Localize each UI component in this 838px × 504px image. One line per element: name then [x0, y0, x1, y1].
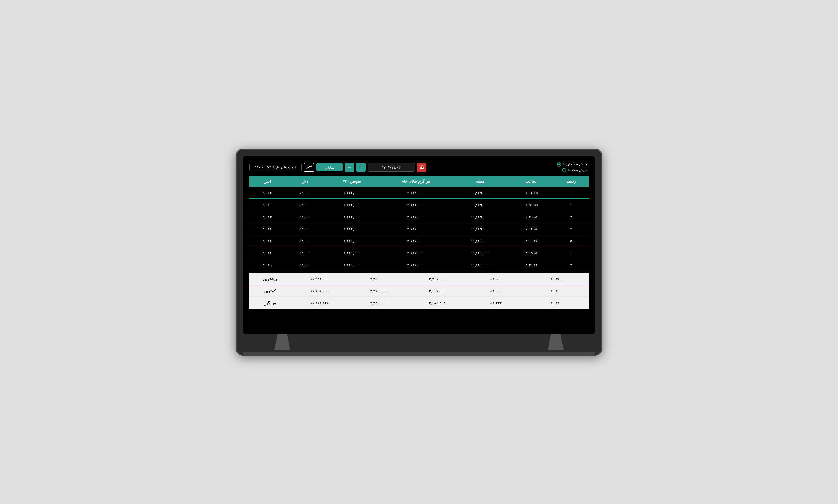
radio-label-coin: نمایش سکه ها [568, 168, 589, 172]
cell-time: ۰۵:۴۹:۵۷ [507, 211, 554, 223]
summary-section: ۲,۰۳۸ ۵۴,۹۰۰ ۲,۷۰۱,۰۰۰ ۲,۷۵۶,۰۰۰ ۱۱,۹۴۱,… [249, 273, 589, 309]
cell-time: ۰۸:۳۱:۲۶ [507, 259, 554, 271]
cell-taviz: ۲,۶۶۲,۰۰۰ [325, 199, 379, 211]
col-header-dollar: دلار [285, 176, 325, 187]
cell-id: ۱ [554, 187, 589, 199]
cell-taviz: ۲,۶۶۱,۰۰۰ [325, 247, 379, 259]
table-row: ۴ ۰۷:۱۲:۵۸ ۱۱,۷۶۹,۰۰۰ ۲,۷۱۶,۰۰۰ ۲,۶۶۲,۰۰… [249, 223, 589, 235]
table-row: ۲ ۰۴:۵۱:۵۵ ۱۱,۷۶۹,۰۰۰ ۲,۷۱۶,۰۰۰ ۲,۶۶۲,۰۰… [249, 199, 589, 211]
cell-ounce: ۲,۰۲۶ [249, 247, 285, 259]
cell-ounce: ۲,۰۲۶ [249, 235, 285, 247]
summary-mazneh: ۱۱,۷۶۶,۰۰۰ [290, 289, 349, 293]
tv-leg-left [274, 334, 290, 350]
table-row: ۷ ۰۸:۳۱:۲۶ ۱۱,۷۶۶,۰۰۰ ۲,۷۱۶,۰۰۰ ۲,۶۶۱,۰۰… [249, 259, 589, 271]
chart-button[interactable] [304, 163, 314, 172]
summary-ounce: ۲,۰۲۰ [525, 289, 585, 293]
summary-taviz: ۲,۶۶۱,۰۰۰ [408, 289, 467, 293]
tv-base [243, 352, 595, 356]
radio-group: نمایش طلا و ارزها نمایش سکه ها [557, 162, 589, 172]
plus-button[interactable]: + [356, 163, 365, 172]
price-label: قیمت ها در تاریخ ۱۴۰۲/۱۱/۰۳ [249, 163, 302, 172]
col-header-ounce: انس [249, 176, 285, 187]
radio-label-gold: نمایش طلا و ارزها [563, 162, 589, 166]
cell-dollar: ۵۴,۰۰۰ [285, 223, 325, 235]
cell-dollar: ۵۴,۰۰۰ [285, 187, 325, 199]
cell-gram: ۲,۷۱۶,۰۰۰ [379, 223, 453, 235]
cell-id: ۵ [554, 235, 589, 247]
col-header-taviz: تعویض ۷۴۰ [325, 176, 379, 187]
cell-gram: ۲,۷۱۶,۰۰۰ [379, 259, 453, 271]
cell-taviz: ۲,۶۶۲,۰۰۰ [325, 223, 379, 235]
cell-taviz: ۲,۶۶۲,۰۰۰ [325, 211, 379, 223]
tv-stand [243, 334, 595, 353]
cell-time: ۰۴:۱۶:۲۵ [507, 187, 554, 199]
data-table: ردیف ساعت مظنه هر گرم طلای خام تعویض ۷۴۰… [249, 176, 589, 271]
cell-id: ۶ [554, 247, 589, 259]
tv-screen: نمایش طلا و ارزها نمایش سکه ها 📅 ۱۴۰۲/۱۱… [243, 156, 595, 334]
summary-mazneh: ۱۱,۸۷۱,۳۲۸ [290, 301, 349, 305]
cell-id: ۳ [554, 211, 589, 223]
cell-mazneh: ۱۱,۷۶۶,۰۰۰ [453, 259, 507, 271]
summary-gram: ۲,۷۴۰,۰۰۰ [349, 301, 408, 305]
col-header-mazneh: مظنه [453, 176, 507, 187]
summary-row-max: ۲,۰۳۸ ۵۴,۹۰۰ ۲,۷۰۱,۰۰۰ ۲,۷۵۶,۰۰۰ ۱۱,۹۴۱,… [249, 273, 589, 285]
cell-gram: ۲,۷۱۶,۰۰۰ [379, 235, 453, 247]
cell-gram: ۲,۷۱۶,۰۰۰ [379, 247, 453, 259]
cell-time: ۰۷:۱۲:۵۸ [507, 223, 554, 235]
table-row: ۵ ۰۸:۰۰:۲۸ ۱۱,۷۶۶,۰۰۰ ۲,۷۱۶,۰۰۰ ۲,۶۶۱,۰۰… [249, 235, 589, 247]
cell-dollar: ۵۴,۰۰۰ [285, 259, 325, 271]
tv-leg-right [548, 334, 564, 350]
summary-dollar: ۵۴,۰۰۰ [467, 289, 525, 293]
summary-label: بیشترین [253, 276, 290, 282]
header-controls: 📅 ۱۴۰۲/۱۱/۰۳ + − نمایش قیمت ها در تاریخ … [249, 163, 426, 172]
cell-mazneh: ۱۱,۷۶۶,۰۰۰ [453, 247, 507, 259]
tv-monitor: نمایش طلا و ارزها نمایش سکه ها 📅 ۱۴۰۲/۱۱… [236, 149, 602, 356]
summary-gram: ۲,۷۱۶,۰۰۰ [349, 289, 408, 293]
radio-item-gold[interactable]: نمایش طلا و ارزها [557, 162, 589, 166]
cell-gram: ۲,۷۱۶,۰۰۰ [379, 187, 453, 199]
radio-item-coin[interactable]: نمایش سکه ها [557, 168, 589, 172]
cell-dollar: ۵۴,۰۰۰ [285, 211, 325, 223]
date-input[interactable]: ۱۴۰۲/۱۱/۰۳ [368, 163, 415, 172]
summary-label: کمترین [253, 289, 290, 293]
minus-button[interactable]: − [345, 163, 354, 172]
calendar-icon-btn[interactable]: 📅 [417, 163, 426, 172]
chart-icon [306, 165, 311, 169]
cell-taviz: ۲,۶۶۱,۰۰۰ [325, 259, 379, 271]
cell-gram: ۲,۷۱۶,۰۰۰ [379, 211, 453, 223]
summary-dollar: ۵۴,۹۰۰ [467, 277, 525, 281]
cell-dollar: ۵۴,۰۰۰ [285, 199, 325, 211]
cell-ounce: ۲,۰۲۹ [249, 259, 285, 271]
radio-circle-coin[interactable] [562, 168, 566, 172]
show-button[interactable]: نمایش [316, 163, 342, 172]
cell-time: ۰۸:۱۵:۵۷ [507, 247, 554, 259]
cell-dollar: ۵۴,۰۰۰ [285, 235, 325, 247]
cell-mazneh: ۱۱,۷۶۹,۰۰۰ [453, 187, 507, 199]
cell-ounce: ۲,۰۲۶ [249, 223, 285, 235]
cell-mazneh: ۱۱,۷۶۹,۰۰۰ [453, 211, 507, 223]
summary-row-avg: ۲,۰۲۷ ۵۴,۴۴۴ ۲,۶۸۵,۲۰۸ ۲,۷۴۰,۰۰۰ ۱۱,۸۷۱,… [249, 298, 589, 309]
summary-dollar: ۵۴,۴۴۴ [467, 301, 525, 305]
table-row: ۱ ۰۴:۱۶:۲۵ ۱۱,۷۶۹,۰۰۰ ۲,۷۱۶,۰۰۰ ۲,۶۶۲,۰۰… [249, 187, 589, 199]
cell-ounce: ۲,۰۲۳ [249, 187, 285, 199]
cell-time: ۰۸:۰۰:۲۸ [507, 235, 554, 247]
cell-taviz: ۲,۶۶۱,۰۰۰ [325, 235, 379, 247]
summary-mazneh: ۱۱,۹۴۱,۰۰۰ [290, 277, 349, 281]
header: نمایش طلا و ارزها نمایش سکه ها 📅 ۱۴۰۲/۱۱… [249, 162, 589, 172]
table-row: ۶ ۰۸:۱۵:۵۷ ۱۱,۷۶۶,۰۰۰ ۲,۷۱۶,۰۰۰ ۲,۶۶۱,۰۰… [249, 247, 589, 259]
cell-ounce: ۲,۰۲۳ [249, 211, 285, 223]
cell-dollar: ۵۴,۰۰۰ [285, 247, 325, 259]
col-header-gram: هر گرم طلای خام [379, 176, 453, 187]
cell-mazneh: ۱۱,۷۶۹,۰۰۰ [453, 199, 507, 211]
summary-ounce: ۲,۰۳۸ [525, 277, 585, 281]
summary-row-min: ۲,۰۲۰ ۵۴,۰۰۰ ۲,۶۶۱,۰۰۰ ۲,۷۱۶,۰۰۰ ۱۱,۷۶۶,… [249, 285, 589, 296]
cell-ounce: ۲,۰۲۰ [249, 199, 285, 211]
radio-circle-gold[interactable] [557, 162, 561, 166]
summary-taviz: ۲,۶۸۵,۲۰۸ [408, 301, 467, 305]
summary-ounce: ۲,۰۲۷ [525, 301, 585, 305]
summary-taviz: ۲,۷۰۱,۰۰۰ [408, 277, 467, 281]
col-header-id: ردیف [554, 176, 589, 187]
col-header-time: ساعت [507, 176, 554, 187]
cell-id: ۷ [554, 259, 589, 271]
summary-gram: ۲,۷۵۶,۰۰۰ [349, 277, 408, 281]
